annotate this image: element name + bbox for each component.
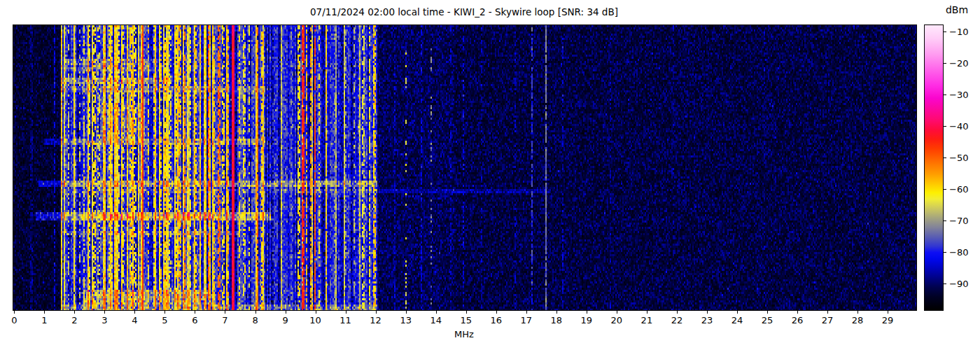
x-axis-tick-label: 11 [340, 315, 351, 326]
x-axis-tick-label: 19 [581, 315, 593, 326]
colorbar-tick [944, 94, 946, 95]
x-axis-tick-label: 24 [732, 315, 743, 326]
x-axis-tick [707, 311, 708, 314]
spectrogram-figure: 07/11/2024 02:00 local time - KIWI_2 - S… [0, 0, 980, 350]
x-axis-tick-label: 6 [192, 315, 197, 326]
x-axis-tick-label: 14 [430, 315, 442, 326]
x-axis-tick-label: 3 [102, 315, 107, 326]
x-axis-tick [225, 311, 225, 314]
x-axis-tick-label: 13 [400, 315, 412, 326]
x-axis-tick [134, 311, 135, 314]
x-axis-tick [677, 311, 678, 314]
x-axis-tick [587, 311, 587, 314]
x-axis-tick-label: 18 [551, 315, 563, 326]
colorbar-tick-label: −70 [949, 215, 968, 225]
colorbar-tick [944, 284, 946, 284]
colorbar-tick [944, 31, 946, 32]
colorbar-tick-label: −10 [949, 26, 968, 36]
colorbar-tick [944, 63, 946, 64]
x-axis-tick [286, 311, 286, 314]
x-axis-tick-label: 10 [309, 315, 321, 326]
colorbar-tick-label: −20 [949, 57, 968, 68]
x-axis-tick-label: 22 [671, 315, 683, 326]
x-axis-tick [496, 311, 497, 314]
x-axis-tick-label: 9 [282, 315, 288, 326]
x-axis-tick-label: 27 [822, 315, 834, 326]
x-axis-tick-label: 25 [762, 315, 774, 326]
x-axis-tick [797, 311, 798, 314]
x-axis-tick-label: 17 [520, 315, 532, 326]
x-axis-tick-label: 1 [41, 315, 47, 326]
x-axis-tick-label: 15 [460, 315, 472, 326]
spectrogram-canvas [13, 25, 916, 310]
x-axis-tick-label: 7 [222, 315, 227, 326]
x-axis-tick [556, 311, 557, 314]
x-axis-tick [526, 311, 527, 314]
x-axis-tick [74, 311, 75, 314]
x-axis-tick [346, 311, 346, 314]
x-axis-tick [406, 311, 407, 314]
colorbar-tick [944, 189, 946, 190]
x-axis-tick-label: 29 [882, 315, 894, 326]
x-axis-tick [195, 311, 195, 314]
x-axis-tick [827, 311, 828, 314]
x-axis-tick [376, 311, 377, 314]
x-axis-tick [164, 311, 165, 314]
x-axis-tick [316, 311, 316, 314]
colorbar-gradient [925, 25, 943, 310]
x-axis-tick [255, 311, 256, 314]
x-axis-tick [617, 311, 617, 314]
x-axis-tick-label: 0 [11, 315, 17, 326]
x-axis-tick [44, 311, 45, 314]
x-axis-tick-label: 4 [132, 315, 137, 326]
colorbar-tick [944, 158, 946, 158]
x-axis-tick-label: 23 [701, 315, 713, 326]
x-axis-tick [647, 311, 648, 314]
x-axis-tick-label: 21 [641, 315, 653, 326]
colorbar-tick [944, 252, 946, 253]
x-axis-tick-label: 5 [162, 315, 167, 326]
x-axis-tick-label: 12 [370, 315, 382, 326]
colorbar-tick-label: −40 [949, 120, 968, 131]
x-axis-tick [737, 311, 738, 314]
x-axis-tick [858, 311, 858, 314]
x-axis-tick [104, 311, 105, 314]
colorbar [924, 24, 944, 311]
x-axis-tick [436, 311, 437, 314]
plot-area [13, 24, 917, 311]
x-axis-tick-label: 28 [852, 315, 864, 326]
colorbar-unit-label: dBm [938, 4, 976, 15]
x-axis-tick [14, 311, 15, 314]
plot-title: 07/11/2024 02:00 local time - KIWI_2 - S… [13, 6, 916, 18]
x-axis-tick-label: 26 [792, 315, 804, 326]
colorbar-tick-label: −30 [949, 89, 968, 99]
x-axis-tick-label: 20 [611, 315, 623, 326]
colorbar-tick [944, 220, 946, 221]
x-axis-tick [767, 311, 768, 314]
colorbar-tick [944, 126, 946, 127]
colorbar-tick-label: −60 [949, 183, 968, 194]
x-axis-tick [888, 311, 888, 314]
x-axis-tick-label: 16 [490, 315, 502, 326]
x-axis-tick [466, 311, 467, 314]
colorbar-tick-label: −80 [949, 246, 968, 257]
x-axis-tick-label: 2 [71, 315, 77, 326]
colorbar-tick-label: −90 [949, 278, 968, 288]
x-axis-label: MHz [13, 329, 916, 340]
colorbar-tick-label: −50 [949, 152, 968, 162]
x-axis-tick-label: 8 [252, 315, 258, 326]
